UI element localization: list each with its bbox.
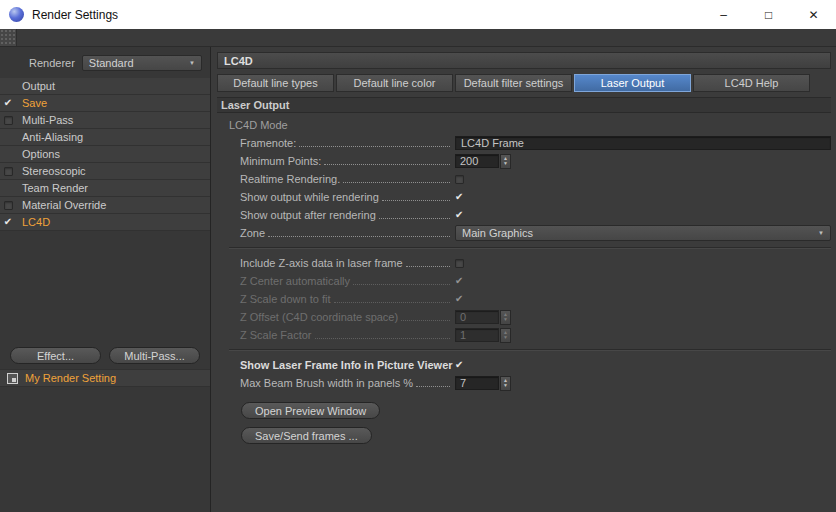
z-offset-input: 0 <box>455 310 499 324</box>
show-laser-info-checkbox[interactable]: ✔ <box>455 360 463 370</box>
show-laser-info-label: Show Laser Frame Info in Picture Viewer <box>240 359 453 371</box>
multi-pass-button[interactable]: Multi-Pass... <box>109 347 200 364</box>
section-header: Laser Output <box>217 97 831 113</box>
sidebar-item-material-override[interactable]: Material Override <box>0 197 210 214</box>
zone-dropdown[interactable]: Main Graphics ▼ <box>455 225 831 241</box>
chevron-down-icon: ▼ <box>189 60 195 66</box>
tab-laser-output[interactable]: Laser Output <box>574 74 691 92</box>
max-beam-stepper[interactable]: ▲ ▼ <box>500 376 511 391</box>
render-setting-item[interactable]: My Render Setting <box>0 369 210 387</box>
field-show-laser-info: Show Laser Frame Info in Picture Viewer … <box>229 356 831 374</box>
stepper-down-icon[interactable]: ▼ <box>503 161 508 166</box>
max-beam-input[interactable]: 7 <box>455 376 499 390</box>
show-output-after-label: Show output after rendering <box>240 209 376 221</box>
stereoscopic-checkbox[interactable] <box>0 167 16 176</box>
z-scale-factor-input: 1 <box>455 328 499 342</box>
field-show-output-while: Show output while rendering ✔ <box>229 188 831 206</box>
framenote-label: Framenote: <box>240 137 296 149</box>
z-offset-stepper: ▲ ▼ <box>500 310 511 325</box>
save-send-frames-button[interactable]: Save/Send frames ... <box>241 427 372 444</box>
material-override-checkbox[interactable] <box>0 201 16 210</box>
save-checkbox[interactable]: ✔ <box>0 98 16 108</box>
minimum-points-input[interactable]: 200 <box>455 154 499 168</box>
field-z-scale-factor: Z Scale Factor 1 ▲ ▼ <box>229 326 831 344</box>
maximize-button[interactable]: □ <box>746 0 791 29</box>
z-scale-fit-checkbox: ✔ <box>455 294 463 304</box>
sidebar-item-save[interactable]: ✔ Save <box>0 95 210 112</box>
sidebar-item-output[interactable]: Output <box>0 78 210 95</box>
stepper-down-icon: ▼ <box>503 335 508 340</box>
sidebar-item-lc4d[interactable]: ✔ LC4D <box>0 214 210 231</box>
tab-default-filter-settings[interactable]: Default filter settings <box>455 74 572 92</box>
z-center-label-cell: Z Center automatically <box>229 275 455 287</box>
zone-label-cell: Zone <box>229 227 455 239</box>
z-center-label: Z Center automatically <box>240 275 350 287</box>
lc4d-checkbox[interactable]: ✔ <box>0 217 16 227</box>
tab-default-line-color[interactable]: Default line color <box>336 74 453 92</box>
z-scale-fit-label: Z Scale down to fit <box>240 293 331 305</box>
sidebar: Renderer Standard ▼ Output ✔ Save Multi- <box>0 47 211 512</box>
field-zone: Zone Main Graphics ▼ <box>229 224 831 242</box>
render-setting-name: My Render Setting <box>25 372 116 384</box>
dotted-leader <box>299 140 450 147</box>
dotted-leader <box>334 296 451 303</box>
tab-bar: Default line types Default line color De… <box>217 74 831 92</box>
max-beam-label: Max Beam Brush width in panels % <box>240 377 413 389</box>
framenote-input[interactable]: LC4D Frame <box>455 136 831 150</box>
sidebar-item-anti-aliasing[interactable]: Anti-Aliasing <box>0 129 210 146</box>
main-panel: LC4D Default line types Default line col… <box>211 47 836 512</box>
group-row: LC4D Mode <box>229 116 831 134</box>
dotted-leader <box>353 278 450 285</box>
sidebar-item-stereoscopic[interactable]: Stereoscopic <box>0 163 210 180</box>
show-output-while-checkbox[interactable]: ✔ <box>455 192 463 202</box>
toolstrip <box>0 29 836 47</box>
chevron-down-icon: ▼ <box>818 230 824 236</box>
sidebar-item-label: Multi-Pass <box>16 114 73 126</box>
realtime-rendering-label: Realtime Rendering. <box>240 173 340 185</box>
tab-default-line-types[interactable]: Default line types <box>217 74 334 92</box>
sidebar-item-options[interactable]: Options <box>0 146 210 163</box>
renderer-dropdown[interactable]: Standard ▼ <box>82 55 202 71</box>
minimum-points-stepper[interactable]: ▲ ▼ <box>500 154 511 169</box>
minimum-points-label-cell: Minimum Points: <box>229 155 455 167</box>
field-max-beam: Max Beam Brush width in panels % 7 ▲ ▼ <box>229 374 831 392</box>
stepper-down-icon: ▼ <box>503 317 508 322</box>
field-include-z-axis: Include Z-axis data in laser frame <box>229 254 831 272</box>
sidebar-item-label: Options <box>16 148 60 160</box>
app-icon <box>9 7 24 22</box>
grip-handle-icon[interactable] <box>0 29 17 46</box>
sidebar-item-team-render[interactable]: Team Render <box>0 180 210 197</box>
effect-button[interactable]: Effect... <box>10 347 101 364</box>
field-framenote: Framenote: LC4D Frame <box>229 134 831 152</box>
z-scale-fit-label-cell: Z Scale down to fit <box>229 293 455 305</box>
max-beam-label-cell: Max Beam Brush width in panels % <box>229 377 455 389</box>
stepper-down-icon[interactable]: ▼ <box>503 383 508 388</box>
check-icon: ✔ <box>4 217 12 227</box>
sidebar-item-label: Stereoscopic <box>16 165 86 177</box>
include-z-axis-label: Include Z-axis data in laser frame <box>240 257 403 269</box>
sidebar-item-multi-pass[interactable]: Multi-Pass <box>0 112 210 129</box>
checkbox-unchecked <box>4 167 13 176</box>
z-scale-factor-label-cell: Z Scale Factor <box>229 329 455 341</box>
dotted-leader <box>343 176 450 183</box>
render-settings-list: Output ✔ Save Multi-Pass Anti-Aliasing O… <box>0 78 210 231</box>
realtime-label-cell: Realtime Rendering. <box>229 173 455 185</box>
show-output-after-checkbox[interactable]: ✔ <box>455 210 463 220</box>
minimize-button[interactable]: – <box>701 0 746 29</box>
include-z-axis-checkbox[interactable] <box>455 259 464 268</box>
realtime-rendering-checkbox[interactable] <box>455 175 464 184</box>
sidebar-buttons: Effect... Multi-Pass... <box>0 347 210 364</box>
render-setting-icon <box>7 373 18 384</box>
tab-lc4d-help[interactable]: LC4D Help <box>693 74 810 92</box>
include-z-label-cell: Include Z-axis data in laser frame <box>229 257 455 269</box>
multi-pass-checkbox[interactable] <box>0 116 16 125</box>
titlebar: Render Settings – □ ✕ <box>0 0 836 29</box>
show-info-label-cell: Show Laser Frame Info in Picture Viewer <box>229 359 455 371</box>
dotted-leader <box>401 314 450 321</box>
open-preview-window-button[interactable]: Open Preview Window <box>241 402 380 419</box>
sidebar-item-label: Team Render <box>16 182 88 194</box>
laser-output-form: LC4D Mode Framenote: LC4D Frame Minimum … <box>217 113 831 444</box>
z-scale-factor-label: Z Scale Factor <box>240 329 312 341</box>
dotted-leader <box>324 158 450 165</box>
close-button[interactable]: ✕ <box>791 0 836 29</box>
